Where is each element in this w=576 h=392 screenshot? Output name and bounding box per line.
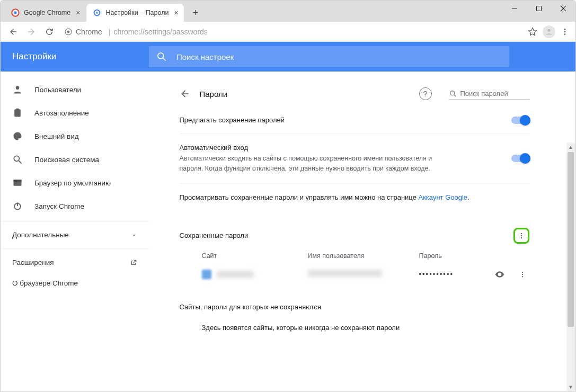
- more-vert-icon: [519, 271, 526, 278]
- svg-point-25: [450, 91, 454, 95]
- saved-passwords-title: Сохраненные пароли: [180, 231, 249, 239]
- row-menu-button[interactable]: [519, 271, 526, 278]
- window-titlebar: Google Chrome × Настройки – Пароли × +: [1, 1, 575, 22]
- show-password-button[interactable]: [494, 269, 505, 280]
- more-vert-icon: [518, 232, 525, 239]
- svg-point-31: [521, 271, 522, 272]
- settings-header-title: Настройки: [1, 51, 149, 62]
- sidebar-item-on-startup[interactable]: Запуск Chrome: [1, 194, 149, 218]
- username-value: [308, 270, 382, 277]
- browser-tab-2[interactable]: Настройки – Пароли ×: [86, 4, 183, 22]
- sidebar-extensions-label: Расширения: [12, 259, 54, 266]
- svg-point-29: [520, 237, 521, 238]
- svg-rect-18: [16, 109, 19, 110]
- sidebar-advanced-toggle[interactable]: Дополнительные: [1, 225, 149, 245]
- scroll-down-icon[interactable]: ▼: [566, 382, 575, 391]
- close-icon[interactable]: ×: [174, 8, 178, 17]
- power-icon: [12, 201, 23, 211]
- back-button[interactable]: [180, 88, 190, 99]
- close-icon[interactable]: ×: [76, 8, 80, 17]
- eye-icon: [494, 269, 505, 280]
- password-search-input[interactable]: [460, 90, 529, 97]
- scroll-up-icon[interactable]: ▲: [566, 142, 575, 151]
- svg-point-10: [547, 29, 550, 31]
- svg-point-1: [14, 11, 16, 14]
- profile-avatar-icon[interactable]: [543, 25, 555, 38]
- url-text: chrome://settings/passwords: [113, 28, 207, 36]
- url-input[interactable]: Chrome | chrome://settings/passwords: [59, 28, 527, 36]
- google-account-link[interactable]: Аккаунт Google: [419, 193, 468, 201]
- settings-search[interactable]: [149, 46, 509, 67]
- setting-offer-save: Предлагать сохранение паролей: [180, 106, 529, 134]
- svg-point-13: [564, 33, 566, 35]
- sidebar-item-appearance[interactable]: Внешний вид: [1, 124, 149, 148]
- clipboard-icon: [12, 108, 23, 118]
- password-value: ••••••••••: [419, 270, 494, 278]
- minimize-button[interactable]: [502, 1, 527, 16]
- sidebar-item-people[interactable]: Пользователи: [1, 78, 149, 101]
- saved-passwords-menu-button[interactable]: [513, 228, 529, 244]
- col-pass: Пароль: [419, 252, 529, 260]
- password-table-header: Сайт Имя пользователя Пароль: [180, 246, 529, 264]
- sidebar-item-autofill[interactable]: Автозаполнение: [1, 101, 149, 124]
- scroll-thumb[interactable]: [568, 152, 574, 327]
- site-favicon: [202, 270, 211, 279]
- settings-favicon: [93, 8, 101, 17]
- svg-point-3: [96, 12, 98, 13]
- svg-point-9: [67, 30, 70, 33]
- reload-button[interactable]: [41, 23, 58, 40]
- svg-point-14: [158, 53, 164, 59]
- browser-menu-icon[interactable]: [561, 28, 569, 36]
- setting-label: Предлагать сохранение паролей: [180, 116, 285, 124]
- sidebar-about-label: О браузере Chrome: [12, 279, 78, 287]
- nav-back-button[interactable]: [5, 23, 22, 40]
- sidebar-item-label: Внешний вид: [34, 132, 79, 140]
- password-row: ••••••••••: [180, 264, 529, 285]
- address-bar: Chrome | chrome://settings/passwords: [1, 22, 575, 42]
- sidebar-item-label: Пользователи: [34, 86, 81, 94]
- password-search[interactable]: [449, 88, 529, 100]
- svg-rect-22: [14, 180, 22, 181]
- vertical-scrollbar[interactable]: ▲ ▼: [566, 142, 575, 391]
- new-tab-button[interactable]: +: [188, 5, 203, 20]
- palette-icon: [12, 131, 23, 141]
- svg-point-27: [520, 233, 521, 234]
- close-window-button[interactable]: [551, 1, 575, 16]
- chevron-down-icon: [131, 232, 137, 238]
- svg-line-15: [163, 58, 166, 61]
- col-user: Имя пользователя: [308, 252, 419, 260]
- maximize-button[interactable]: [527, 1, 551, 16]
- svg-point-33: [521, 275, 522, 277]
- toggle-offer-save[interactable]: [511, 117, 529, 124]
- sidebar-item-label: Поисковая система: [34, 156, 99, 164]
- search-icon: [156, 51, 167, 62]
- search-icon: [449, 90, 457, 98]
- google-account-info: Просматривать сохраненные пароли и управ…: [180, 184, 529, 211]
- svg-line-26: [454, 95, 456, 96]
- setting-auto-signin: Автоматический вход Автоматически входит…: [180, 134, 529, 184]
- svg-point-30: [499, 273, 500, 275]
- sidebar-item-default-browser[interactable]: Браузер по умолчанию: [1, 171, 149, 194]
- sidebar-item-label: Запуск Chrome: [34, 202, 84, 210]
- help-icon[interactable]: ?: [419, 87, 432, 100]
- sidebar-item-search-engine[interactable]: Поисковая система: [1, 148, 149, 171]
- svg-point-28: [520, 235, 521, 236]
- svg-point-32: [521, 273, 522, 274]
- sidebar-item-label: Браузер по умолчанию: [34, 179, 111, 187]
- bookmark-star-icon[interactable]: [528, 27, 537, 37]
- sidebar-about-link[interactable]: О браузере Chrome: [1, 273, 149, 293]
- scheme-label: Chrome: [76, 28, 102, 36]
- settings-search-input[interactable]: [176, 52, 502, 61]
- never-save-title: Сайты, пароли для которых не сохраняются: [180, 303, 529, 311]
- person-icon: [12, 84, 23, 95]
- nav-forward-button[interactable]: [23, 23, 40, 40]
- browser-tab-1[interactable]: Google Chrome ×: [5, 4, 85, 22]
- sidebar-item-label: Автозаполнение: [34, 109, 89, 117]
- sidebar-extensions-link[interactable]: Расширения: [1, 252, 149, 273]
- toggle-auto-signin[interactable]: [511, 155, 529, 162]
- svg-line-20: [19, 161, 22, 164]
- svg-point-12: [564, 31, 566, 32]
- sidebar-advanced-label: Дополнительные: [12, 231, 69, 239]
- site-name: [217, 271, 254, 278]
- svg-rect-17: [14, 109, 21, 117]
